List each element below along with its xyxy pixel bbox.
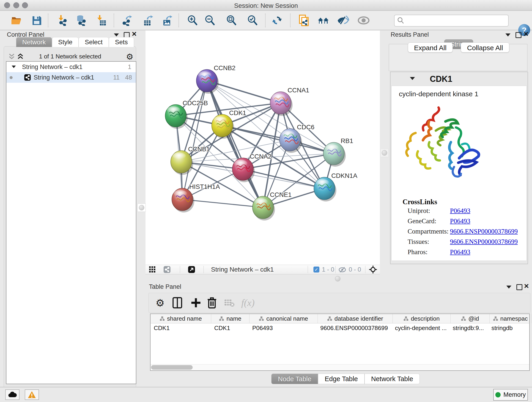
string-badge-icon[interactable] — [164, 266, 171, 273]
birdseye-grid-icon[interactable] — [149, 266, 156, 273]
column-header--id[interactable]: @id — [451, 314, 490, 323]
column-type-icon — [219, 316, 224, 321]
control-panel-close-icon[interactable]: ✕ — [132, 31, 137, 37]
edge-CDK1-RB1[interactable] — [222, 126, 334, 153]
export-image-button[interactable] — [161, 14, 174, 27]
warnings-button[interactable] — [25, 389, 39, 400]
column-header-name[interactable]: name — [211, 314, 249, 323]
gene-section-header[interactable]: CDK1 — [390, 72, 528, 85]
table-panel-menu-icon[interactable] — [506, 286, 511, 288]
table-cell[interactable]: 9606.ENSP00000378699 — [317, 323, 392, 332]
tab-sets[interactable]: Sets — [109, 37, 134, 47]
zoom-in-icon — [187, 15, 198, 26]
zoom-selected-button[interactable] — [246, 14, 259, 27]
tab-edge-table[interactable]: Edge Table — [318, 374, 365, 384]
tab-select[interactable]: Select — [79, 37, 109, 47]
node-label-CCNB1: CCNB1 — [188, 146, 210, 153]
crosslink-link[interactable]: P06493 — [450, 248, 470, 256]
column-header-description[interactable]: description — [393, 314, 451, 323]
edge-CCNA2-CDKN1A[interactable] — [243, 169, 324, 188]
crosslink-link[interactable]: P06493 — [450, 217, 470, 225]
search-input[interactable] — [406, 17, 508, 25]
node-CDC25B[interactable] — [165, 104, 188, 129]
memory-button[interactable]: Memory — [493, 389, 528, 401]
open-in-browser-icon[interactable] — [188, 266, 195, 273]
network-from-clipboard-button[interactable] — [298, 14, 310, 27]
tab-network[interactable]: Network — [16, 37, 52, 47]
network-row[interactable]: String Network – cdk1 11 48 — [6, 72, 136, 83]
column-header-canonical-name[interactable]: canonical name — [249, 314, 318, 323]
import-network-database-button[interactable] — [74, 14, 87, 27]
node-HIST1H1A[interactable] — [172, 188, 194, 212]
save-session-button[interactable] — [30, 14, 43, 27]
delete-column-icon[interactable] — [207, 296, 216, 309]
zoom-in-button[interactable] — [186, 14, 199, 27]
table-panel-close-icon[interactable]: ✕ — [524, 283, 529, 289]
table-cell[interactable]: cyclin-dependent ... — [392, 323, 450, 332]
show-details-button[interactable] — [357, 14, 370, 27]
collapse-all-button[interactable]: Collapse All — [461, 42, 509, 52]
tab-style[interactable]: Style — [52, 37, 79, 47]
zoom-fit-icon — [226, 15, 237, 26]
string-network-graph[interactable]: CCNB2CCNA1CDC25BCDK1CDC6RB1CCNB1CCNA2CDK… — [146, 31, 380, 265]
tab-network-table[interactable]: Network Table — [365, 374, 420, 384]
string-query-button[interactable] — [317, 14, 330, 27]
node-CCNB2[interactable] — [196, 70, 219, 94]
table-horizontal-scrollbar[interactable] — [151, 364, 529, 370]
network-node-count: 11 — [113, 72, 120, 83]
table-cell[interactable]: CDK1 — [151, 323, 211, 332]
import-table-file-button[interactable] — [95, 14, 108, 27]
show-columns-icon[interactable] — [172, 296, 182, 309]
gene-disclosure-icon[interactable] — [410, 77, 415, 80]
collection-disclosure-icon[interactable] — [12, 65, 16, 68]
node-CDKN1A[interactable] — [314, 177, 336, 201]
table-cell[interactable]: stringdb — [488, 323, 530, 332]
results-panel-menu-icon[interactable] — [505, 33, 510, 36]
export-network-button[interactable] — [120, 14, 133, 27]
table-cell[interactable]: P06493 — [249, 323, 317, 332]
crosslink-link[interactable]: 9606.ENSP00000378699 — [450, 228, 518, 235]
import-network-file-button[interactable] — [56, 14, 69, 27]
export-table-button[interactable] — [142, 14, 154, 27]
left-splitter-handle[interactable] — [138, 204, 146, 212]
window-title: Session: New Session — [0, 2, 532, 9]
apply-layout-button[interactable] — [271, 14, 283, 27]
hide-details-button[interactable] — [337, 14, 350, 27]
expand-all-button[interactable]: Expand All — [408, 42, 453, 52]
column-header-shared-name[interactable]: shared name — [151, 314, 211, 323]
table-panel-float-icon[interactable] — [516, 284, 522, 290]
network-options-gear-icon[interactable]: ⚙ — [126, 52, 133, 62]
table-cell[interactable]: stringdb:9... — [450, 323, 488, 332]
results-panel-close-icon[interactable]: ✕ — [523, 31, 529, 37]
node-CCNA1[interactable] — [270, 92, 293, 116]
status-bar: Memory — [0, 387, 532, 402]
node-CDK1[interactable] — [212, 114, 234, 139]
column-header-database-identifier[interactable]: database identifier — [318, 314, 393, 323]
scrollbar-thumb[interactable] — [151, 365, 193, 370]
open-session-button[interactable] — [10, 14, 23, 27]
table-options-gear-icon[interactable]: ⚙ — [156, 296, 165, 309]
selected-checkbox-icon[interactable]: ✓ — [313, 267, 319, 273]
tab-node-table[interactable]: Node Table — [271, 374, 318, 384]
center-view-icon[interactable] — [369, 265, 377, 274]
node-CDC6[interactable] — [279, 128, 302, 153]
bottom-splitter-handle[interactable] — [335, 276, 341, 281]
edge-CCNB2-HIST1H1A[interactable] — [182, 81, 207, 199]
table-cell[interactable]: CDK1 — [211, 323, 249, 332]
results-panel-float-icon[interactable] — [515, 32, 521, 38]
crosslink-link[interactable]: 9606.ENSP00000378699 — [450, 238, 518, 245]
column-header-namespac[interactable]: namespac — [490, 314, 531, 323]
node-RB1[interactable] — [323, 142, 346, 167]
hidden-eye-icon[interactable] — [338, 267, 346, 273]
crosslink-link[interactable]: P06493 — [450, 207, 470, 215]
add-column-icon[interactable] — [191, 296, 201, 309]
table-row[interactable]: CDK1CDK1P064939606.ENSP00000378699cyclin… — [151, 323, 529, 332]
hidden-count: 0 - 0 — [349, 266, 361, 273]
network-collection-row[interactable]: String Network – cdk1 1 — [6, 62, 136, 72]
automation-status-button[interactable] — [5, 389, 19, 400]
node-CCNE1[interactable] — [253, 196, 275, 220]
zoom-fit-button[interactable] — [225, 14, 238, 27]
control-panel-menu-icon[interactable] — [114, 33, 119, 36]
zoom-out-button[interactable] — [203, 14, 216, 27]
network-canvas[interactable]: CCNB2CCNA1CDC25BCDK1CDC6RB1CCNB1CCNA2CDK… — [146, 31, 380, 265]
